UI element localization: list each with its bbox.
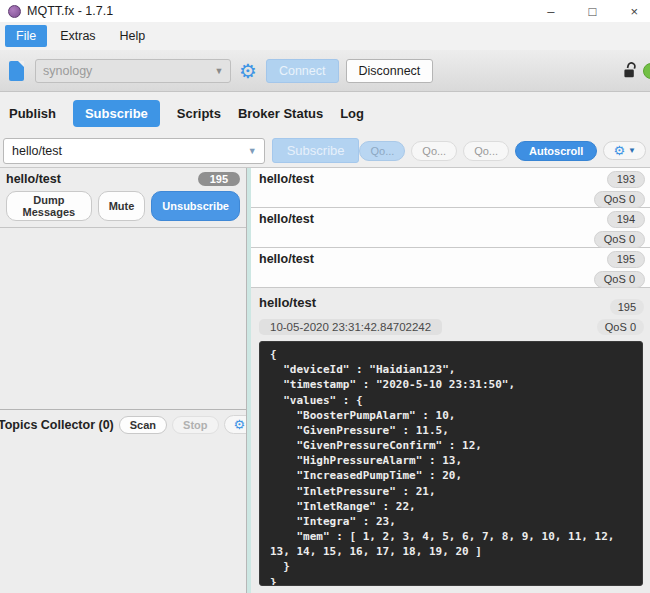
- subscribe-toolbar: ▼ Subscribe Qo... Qo... Qo... Autoscroll…: [0, 134, 650, 168]
- message-qos-badge: QoS 0: [594, 191, 645, 208]
- qos2-button[interactable]: Qo...: [463, 141, 509, 161]
- close-icon[interactable]: ×: [630, 5, 638, 18]
- message-row[interactable]: hello/test 193 QoS 0: [251, 168, 650, 208]
- chevron-down-icon: ▼: [628, 146, 636, 155]
- detail-timestamp: 10-05-2020 23:31:42.84702242: [259, 319, 442, 335]
- message-seq-badge: 193: [607, 171, 645, 188]
- tab-broker-status[interactable]: Broker Status: [238, 106, 323, 121]
- menu-help[interactable]: Help: [109, 25, 157, 47]
- minimize-icon[interactable]: –: [547, 5, 554, 18]
- tab-scripts[interactable]: Scripts: [177, 106, 221, 121]
- qos1-button[interactable]: Qo...: [411, 141, 457, 161]
- message-qos-badge: QoS 0: [594, 231, 645, 248]
- message-topic: hello/test: [259, 211, 314, 245]
- disconnect-button[interactable]: Disconnect: [346, 59, 434, 83]
- payload-viewer: { "deviceId" : "Haidian123", "timestamp"…: [259, 341, 643, 586]
- message-qos-badge: QoS 0: [594, 271, 645, 288]
- gear-icon: ⚙: [234, 418, 246, 431]
- subscribe-button[interactable]: Subscribe: [272, 138, 360, 163]
- detail-topic: hello/test: [259, 295, 442, 310]
- main-area: hello/test 195 Dump Messages Mute Unsubs…: [0, 168, 650, 593]
- subscription-count-badge: 195: [198, 172, 240, 186]
- message-seq-badge: 195: [607, 251, 645, 268]
- profile-combobox[interactable]: ▼: [35, 59, 231, 83]
- topics-collector-title: Topics Collector (0): [0, 418, 114, 432]
- scan-button[interactable]: Scan: [119, 416, 167, 434]
- message-topic: hello/test: [259, 251, 314, 285]
- qos0-button[interactable]: Qo...: [359, 141, 405, 161]
- message-topic: hello/test: [259, 171, 314, 205]
- unlocked-padlock-icon: [621, 62, 638, 79]
- message-seq-badge: 194: [607, 211, 645, 228]
- stop-button[interactable]: Stop: [172, 416, 218, 434]
- tab-subscribe[interactable]: Subscribe: [73, 100, 160, 127]
- tab-publish[interactable]: Publish: [9, 106, 56, 121]
- tab-log[interactable]: Log: [340, 106, 364, 121]
- unsubscribe-button[interactable]: Unsubscribe: [151, 191, 240, 221]
- topic-combobox[interactable]: ▼: [3, 138, 265, 164]
- messages-panel: hello/test 193 QoS 0 hello/test 194 QoS …: [251, 168, 650, 593]
- menu-file[interactable]: File: [5, 25, 47, 47]
- connection-status-icon: [643, 63, 650, 79]
- tab-bar: Publish Subscribe Scripts Broker Status …: [0, 92, 650, 134]
- window-title: MQTT.fx - 1.7.1: [27, 4, 113, 18]
- profile-input[interactable]: [36, 64, 208, 78]
- subscriptions-empty-space: [0, 228, 246, 409]
- detail-qos-badge: QoS 0: [597, 319, 644, 335]
- connect-button[interactable]: Connect: [266, 59, 339, 83]
- app-logo-icon: [8, 5, 21, 18]
- menu-extras[interactable]: Extras: [49, 25, 106, 47]
- mute-button[interactable]: Mute: [98, 191, 146, 221]
- profile-dropdown-icon[interactable]: ▼: [208, 66, 230, 76]
- message-row[interactable]: hello/test 194 QoS 0: [251, 208, 650, 248]
- message-detail-panel: hello/test 10-05-2020 23:31:42.84702242 …: [251, 288, 650, 593]
- message-row[interactable]: hello/test 195 QoS 0: [251, 248, 650, 288]
- menu-bar: File Extras Help: [0, 22, 650, 50]
- subscription-topic: hello/test: [6, 172, 61, 186]
- connection-settings-gear-icon[interactable]: ⚙: [239, 61, 257, 81]
- autoscroll-toggle[interactable]: Autoscroll: [515, 141, 597, 161]
- title-bar: MQTT.fx - 1.7.1 – □ ×: [0, 0, 650, 22]
- gear-icon: ⚙: [613, 144, 625, 157]
- dump-messages-button[interactable]: Dump Messages: [6, 191, 92, 221]
- topic-input[interactable]: [4, 144, 241, 158]
- topic-dropdown-icon[interactable]: ▼: [241, 146, 264, 156]
- maximize-icon[interactable]: □: [589, 5, 597, 18]
- subscriptions-panel: hello/test 195 Dump Messages Mute Unsubs…: [0, 168, 246, 593]
- detail-seq-badge: 195: [610, 299, 644, 315]
- subscription-item[interactable]: hello/test 195 Dump Messages Mute Unsubs…: [0, 168, 246, 228]
- topics-collector-bar: Topics Collector (0) Scan Stop ⚙ ▼: [0, 409, 246, 439]
- subscribe-options-button[interactable]: ⚙ ▼: [603, 141, 646, 160]
- profile-file-icon: [9, 61, 24, 81]
- connection-bar: ▼ ⚙ Connect Disconnect: [0, 50, 650, 92]
